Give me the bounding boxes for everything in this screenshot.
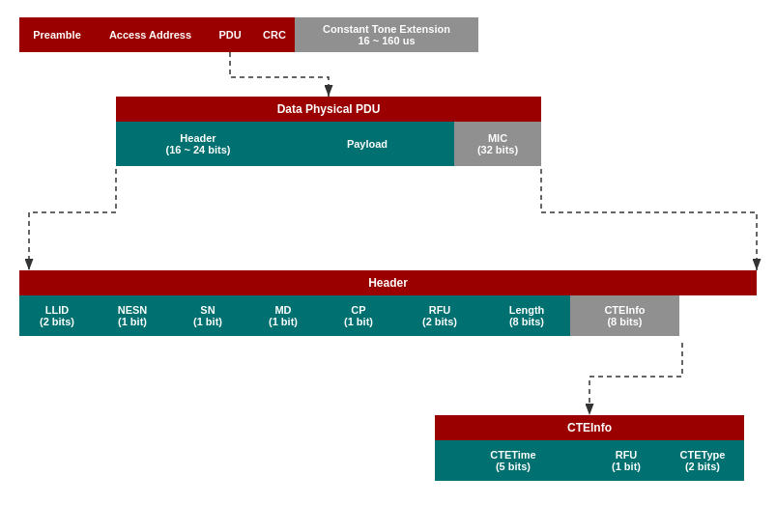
header-rfu: RFU (2 bits) — [396, 295, 483, 336]
header-md: MD (1 bit) — [245, 295, 321, 336]
cteinfo-ctetime: CTETime (5 bits) — [435, 440, 591, 481]
cteinfo-title: CTEInfo — [435, 415, 744, 440]
header-cp: CP (1 bit) — [321, 295, 396, 336]
pdu-row: Header (16 ~ 24 bits) Payload MIC (32 bi… — [116, 122, 541, 166]
pdu-block: PDU — [206, 17, 254, 52]
cteinfo-rfu: RFU (1 bit) — [591, 440, 661, 481]
cte-block: Constant Tone Extension 16 ~ 160 us — [295, 17, 478, 52]
header-nesn: NESN (1 bit) — [95, 295, 170, 336]
preamble-block: Preamble — [19, 17, 95, 52]
header-llid: LLID (2 bits) — [19, 295, 95, 336]
pdu-title: Data Physical PDU — [116, 97, 541, 122]
pdu-mic-block: MIC (32 bits) — [454, 122, 541, 166]
header-length: Length (8 bits) — [483, 295, 570, 336]
header-title: Header — [19, 270, 757, 295]
header-row: LLID (2 bits) NESN (1 bit) SN (1 bit) MD… — [19, 295, 757, 336]
cteinfo-section: CTEInfo CTETime (5 bits) RFU (1 bit) CTE… — [435, 415, 744, 481]
cteinfo-ctetype: CTEType (2 bits) — [661, 440, 744, 481]
pdu-section: Data Physical PDU Header (16 ~ 24 bits) … — [116, 97, 541, 166]
pdu-header-block: Header (16 ~ 24 bits) — [116, 122, 280, 166]
header-sn: SN (1 bit) — [170, 295, 245, 336]
top-row: Preamble Access Address PDU CRC Constant… — [19, 17, 478, 52]
header-cteinfo: CTEInfo (8 bits) — [570, 295, 679, 336]
pdu-payload-block: Payload — [280, 122, 454, 166]
diagram: Preamble Access Address PDU CRC Constant… — [0, 0, 776, 532]
header-section: Header LLID (2 bits) NESN (1 bit) SN (1 … — [19, 270, 757, 336]
crc-block: CRC — [254, 17, 295, 52]
cteinfo-row: CTETime (5 bits) RFU (1 bit) CTEType (2 … — [435, 440, 744, 481]
access-address-block: Access Address — [95, 17, 206, 52]
